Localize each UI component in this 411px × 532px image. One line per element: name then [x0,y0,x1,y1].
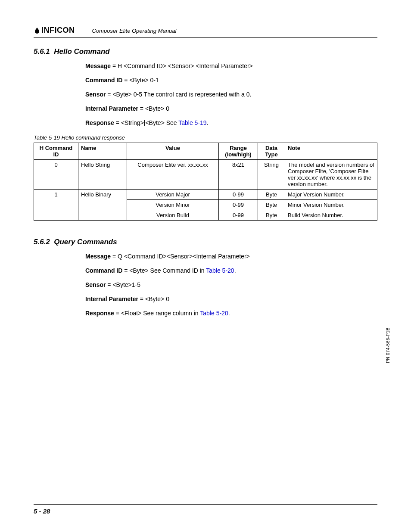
def-message: Message = H <Command ID> <Sensor> <Inter… [85,62,377,70]
def-sensor: Sensor = <Byte> 0-5 The control card is … [85,90,377,99]
table-header-row: H Command ID Name Value Range (low/high)… [34,143,377,160]
table-5-19: H Command ID Name Value Range (low/high)… [34,143,377,221]
table-row: 1 Hello Binary Version Major 0-99 Byte M… [34,190,377,200]
def-internal-parameter: Internal Parameter = <Byte> 0 [85,295,377,303]
def-sensor: Sensor = <Byte>1-5 [85,281,377,289]
col-note: Note [285,143,377,160]
section-heading-hello: 5.6.1 Hello Command [34,47,377,56]
def-response: Response = <Float> See range column in T… [85,309,377,317]
page-footer: 5 - 28 [34,504,377,515]
col-value: Value [127,143,219,160]
table-caption-5-19: Table 5-19 Hello command response [34,134,377,141]
brand-text: INFICON [41,26,75,35]
col-range: Range (low/high) [219,143,258,160]
table-row: 0 Hello String Composer Elite ver. xx.xx… [34,160,377,190]
page-number: 5 - 28 [34,507,50,515]
hello-definitions: Message = H <Command ID> <Sensor> <Inter… [85,62,377,127]
def-command-id: Command ID = <Byte> 0-1 [85,76,377,84]
page-header: INFICON Composer Elite Operating Manual [34,26,377,38]
col-h-command-id: H Command ID [34,143,78,160]
droplet-icon [34,27,40,34]
def-message: Message = Q <Command ID><Sensor><Interna… [85,252,377,261]
col-name: Name [78,143,127,160]
link-table-5-19[interactable]: Table 5-19 [178,119,206,126]
manual-title: Composer Elite Operating Manual [92,28,177,35]
section-heading-query: 5.6.2 Query Commands [34,238,377,246]
brand-logo: INFICON [34,26,75,35]
part-number: PN 074-566-P1B [386,327,390,363]
page: INFICON Composer Elite Operating Manual … [0,0,411,532]
def-response: Response = <String>|<Byte> See Table 5-1… [85,119,377,127]
link-table-5-20[interactable]: Table 5-20 [200,310,228,317]
def-command-id: Command ID = <Byte> See Command ID in Ta… [85,267,377,275]
query-definitions: Message = Q <Command ID><Sensor><Interna… [85,252,377,317]
col-data-type: Data Type [258,143,285,160]
link-table-5-20[interactable]: Table 5-20 [206,267,234,274]
def-internal-parameter: Internal Parameter = <Byte> 0 [85,105,377,113]
